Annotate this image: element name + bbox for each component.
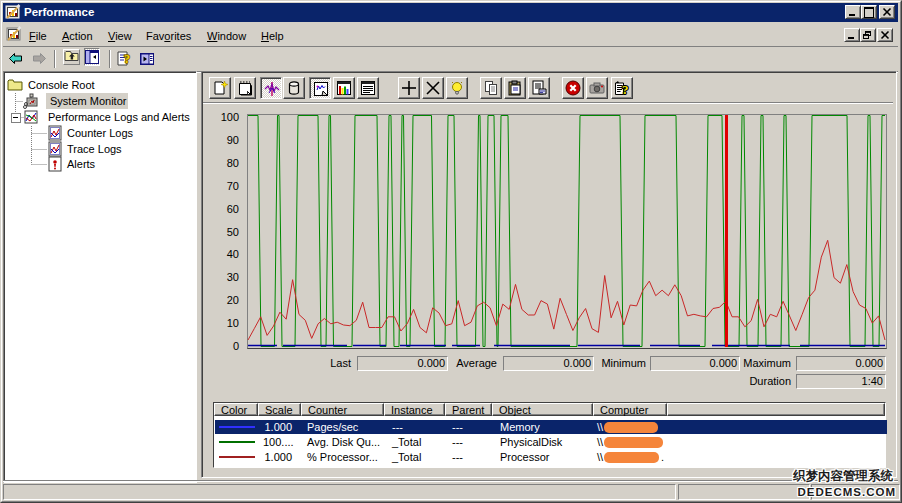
svg-text:?: ? bbox=[622, 82, 629, 97]
svg-text:?: ? bbox=[124, 52, 130, 66]
